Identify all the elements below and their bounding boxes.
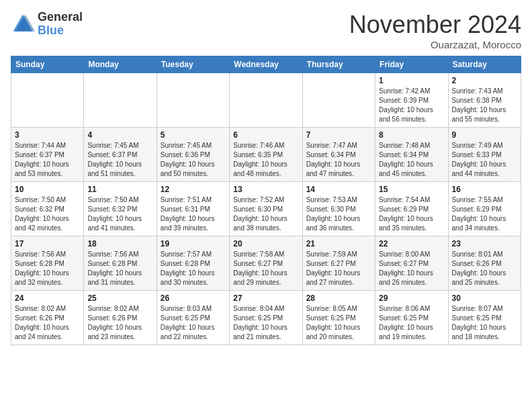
day-number: 30 (452, 293, 517, 303)
day-number: 3 (15, 130, 80, 140)
calendar-week-row: 3Sunrise: 7:44 AMSunset: 6:37 PMDaylight… (11, 128, 521, 182)
calendar-cell: 6Sunrise: 7:46 AMSunset: 6:35 PMDaylight… (230, 128, 302, 182)
day-info: Sunrise: 8:06 AMSunset: 6:25 PMDaylight:… (379, 304, 444, 342)
calendar-cell: 15Sunrise: 7:54 AMSunset: 6:29 PMDayligh… (375, 182, 448, 236)
day-number: 5 (161, 130, 226, 140)
calendar-day-header: Thursday (302, 56, 375, 73)
day-number: 14 (306, 185, 371, 194)
day-number: 2 (452, 76, 517, 85)
day-number: 12 (161, 185, 226, 194)
day-info: Sunrise: 7:43 AMSunset: 6:38 PMDaylight:… (452, 87, 517, 124)
day-info: Sunrise: 7:48 AMSunset: 6:34 PMDaylight:… (379, 141, 444, 179)
day-info: Sunrise: 7:50 AMSunset: 6:32 PMDaylight:… (87, 195, 152, 233)
day-number: 8 (379, 130, 444, 140)
calendar-cell: 25Sunrise: 8:02 AMSunset: 6:26 PMDayligh… (84, 291, 157, 345)
day-number: 6 (233, 130, 298, 140)
day-info: Sunrise: 7:54 AMSunset: 6:29 PMDaylight:… (379, 195, 444, 233)
calendar-table: SundayMondayTuesdayWednesdayThursdayFrid… (11, 56, 521, 345)
calendar-cell: 1Sunrise: 7:42 AMSunset: 6:39 PMDaylight… (375, 73, 448, 128)
day-info: Sunrise: 7:58 AMSunset: 6:27 PMDaylight:… (233, 250, 298, 287)
calendar-cell: 2Sunrise: 7:43 AMSunset: 6:38 PMDaylight… (448, 73, 521, 128)
calendar-cell: 7Sunrise: 7:47 AMSunset: 6:34 PMDaylight… (302, 128, 375, 182)
day-number: 28 (306, 293, 371, 303)
calendar-cell: 28Sunrise: 8:05 AMSunset: 6:25 PMDayligh… (302, 291, 375, 345)
calendar-cell (230, 73, 302, 128)
calendar-cell: 20Sunrise: 7:58 AMSunset: 6:27 PMDayligh… (230, 236, 302, 291)
day-info: Sunrise: 7:45 AMSunset: 6:37 PMDaylight:… (87, 141, 152, 179)
calendar-day-header: Monday (84, 56, 157, 73)
day-info: Sunrise: 7:53 AMSunset: 6:30 PMDaylight:… (306, 195, 371, 233)
calendar-cell: 23Sunrise: 8:01 AMSunset: 6:26 PMDayligh… (448, 236, 521, 291)
day-info: Sunrise: 7:56 AMSunset: 6:28 PMDaylight:… (15, 250, 80, 287)
day-info: Sunrise: 7:57 AMSunset: 6:28 PMDaylight:… (161, 250, 226, 287)
calendar-day-header: Saturday (448, 56, 521, 73)
calendar-cell: 22Sunrise: 8:00 AMSunset: 6:27 PMDayligh… (375, 236, 448, 291)
day-number: 20 (233, 239, 298, 248)
day-info: Sunrise: 7:44 AMSunset: 6:37 PMDaylight:… (15, 141, 80, 179)
calendar-cell: 12Sunrise: 7:51 AMSunset: 6:31 PMDayligh… (157, 182, 229, 236)
calendar-week-row: 1Sunrise: 7:42 AMSunset: 6:39 PMDaylight… (11, 73, 521, 128)
logo-icon (11, 12, 35, 36)
day-number: 25 (87, 293, 152, 303)
day-info: Sunrise: 8:04 AMSunset: 6:25 PMDaylight:… (233, 304, 298, 342)
calendar-cell (11, 73, 84, 128)
calendar-cell: 14Sunrise: 7:53 AMSunset: 6:30 PMDayligh… (302, 182, 375, 236)
calendar-header-row: SundayMondayTuesdayWednesdayThursdayFrid… (11, 56, 521, 73)
day-info: Sunrise: 7:51 AMSunset: 6:31 PMDaylight:… (161, 195, 226, 233)
calendar-cell (157, 73, 229, 128)
day-number: 24 (15, 293, 80, 303)
day-number: 26 (161, 293, 226, 303)
calendar-cell: 21Sunrise: 7:59 AMSunset: 6:27 PMDayligh… (302, 236, 375, 291)
day-info: Sunrise: 7:42 AMSunset: 6:39 PMDaylight:… (379, 87, 444, 124)
calendar-cell: 19Sunrise: 7:57 AMSunset: 6:28 PMDayligh… (157, 236, 229, 291)
day-number: 9 (452, 130, 517, 140)
day-info: Sunrise: 7:49 AMSunset: 6:33 PMDaylight:… (452, 141, 517, 179)
day-info: Sunrise: 7:45 AMSunset: 6:36 PMDaylight:… (161, 141, 226, 179)
day-number: 29 (379, 293, 444, 303)
calendar-week-row: 17Sunrise: 7:56 AMSunset: 6:28 PMDayligh… (11, 236, 521, 291)
day-info: Sunrise: 8:00 AMSunset: 6:27 PMDaylight:… (379, 250, 444, 287)
calendar-cell: 26Sunrise: 8:03 AMSunset: 6:25 PMDayligh… (157, 291, 229, 345)
day-number: 4 (87, 130, 152, 140)
day-info: Sunrise: 7:50 AMSunset: 6:32 PMDaylight:… (15, 195, 80, 233)
day-number: 10 (15, 185, 80, 194)
day-number: 23 (452, 239, 517, 248)
calendar-day-header: Sunday (11, 56, 84, 73)
calendar-cell: 29Sunrise: 8:06 AMSunset: 6:25 PMDayligh… (375, 291, 448, 345)
logo-blue-text: Blue (38, 24, 83, 38)
day-info: Sunrise: 8:02 AMSunset: 6:26 PMDaylight:… (15, 304, 80, 342)
calendar-cell: 16Sunrise: 7:55 AMSunset: 6:29 PMDayligh… (448, 182, 521, 236)
calendar-cell: 24Sunrise: 8:02 AMSunset: 6:26 PMDayligh… (11, 291, 84, 345)
day-info: Sunrise: 8:07 AMSunset: 6:25 PMDaylight:… (452, 304, 517, 342)
day-info: Sunrise: 7:46 AMSunset: 6:35 PMDaylight:… (233, 141, 298, 179)
day-number: 22 (379, 239, 444, 248)
day-number: 13 (233, 185, 298, 194)
day-info: Sunrise: 8:01 AMSunset: 6:26 PMDaylight:… (452, 250, 517, 287)
calendar-day-header: Tuesday (157, 56, 229, 73)
calendar-cell: 18Sunrise: 7:56 AMSunset: 6:28 PMDayligh… (84, 236, 157, 291)
day-info: Sunrise: 7:52 AMSunset: 6:30 PMDaylight:… (233, 195, 298, 233)
location: Ouarzazat, Morocco (349, 39, 521, 50)
calendar-day-header: Friday (375, 56, 448, 73)
calendar-cell: 5Sunrise: 7:45 AMSunset: 6:36 PMDaylight… (157, 128, 229, 182)
calendar-cell: 13Sunrise: 7:52 AMSunset: 6:30 PMDayligh… (230, 182, 302, 236)
day-number: 15 (379, 185, 444, 194)
logo-general-text: General (38, 11, 83, 24)
calendar-cell: 17Sunrise: 7:56 AMSunset: 6:28 PMDayligh… (11, 236, 84, 291)
month-title: November 2024 (349, 11, 521, 39)
day-number: 27 (233, 293, 298, 303)
day-number: 7 (306, 130, 371, 140)
day-info: Sunrise: 8:02 AMSunset: 6:26 PMDaylight:… (87, 304, 152, 342)
calendar-cell: 8Sunrise: 7:48 AMSunset: 6:34 PMDaylight… (375, 128, 448, 182)
calendar-cell: 11Sunrise: 7:50 AMSunset: 6:32 PMDayligh… (84, 182, 157, 236)
day-number: 1 (379, 76, 444, 85)
day-info: Sunrise: 8:03 AMSunset: 6:25 PMDaylight:… (161, 304, 226, 342)
title-block: November 2024 Ouarzazat, Morocco (349, 11, 521, 50)
day-info: Sunrise: 7:47 AMSunset: 6:34 PMDaylight:… (306, 141, 371, 179)
calendar-cell: 3Sunrise: 7:44 AMSunset: 6:37 PMDaylight… (11, 128, 84, 182)
day-info: Sunrise: 7:55 AMSunset: 6:29 PMDaylight:… (452, 195, 517, 233)
calendar-week-row: 10Sunrise: 7:50 AMSunset: 6:32 PMDayligh… (11, 182, 521, 236)
calendar-day-header: Wednesday (230, 56, 302, 73)
calendar-cell: 30Sunrise: 8:07 AMSunset: 6:25 PMDayligh… (448, 291, 521, 345)
day-number: 18 (87, 239, 152, 248)
